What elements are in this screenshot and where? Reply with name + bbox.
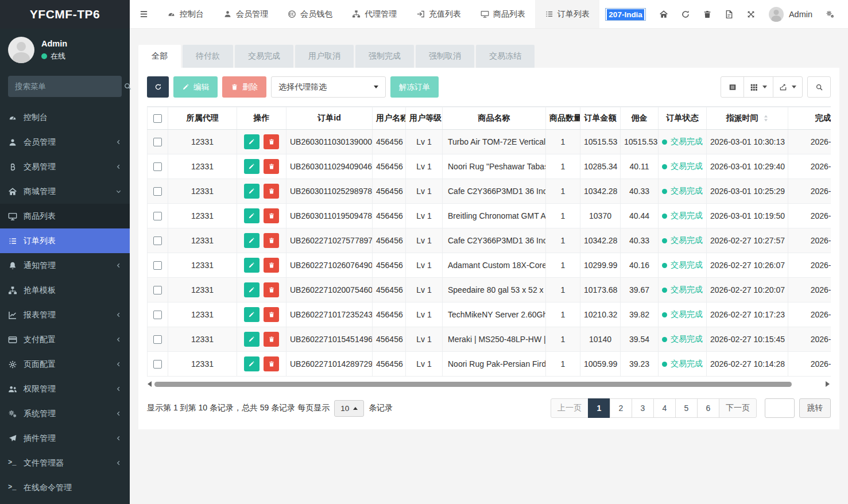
sidebar-item-payment-config[interactable]: 支付配置 <box>0 327 130 352</box>
row-delete-button[interactable] <box>264 134 279 149</box>
nav-item-member[interactable]: 会员管理 <box>214 0 278 28</box>
page-button-4[interactable]: 4 <box>653 398 676 418</box>
row-delete-button[interactable] <box>264 184 279 199</box>
prev-page-button[interactable]: 上一页 <box>551 398 588 418</box>
nav-item-order[interactable]: 订单列表 <box>535 0 599 28</box>
sidebar-toggle-button[interactable] <box>130 0 157 28</box>
row-edit-button[interactable] <box>244 159 260 174</box>
row-delete-button[interactable] <box>264 282 279 297</box>
fullscreen-button[interactable] <box>741 5 761 24</box>
row-checkbox[interactable] <box>153 261 162 270</box>
row-edit-button[interactable] <box>244 307 260 322</box>
sidebar-item-file-manager[interactable]: >_ 文件管理器 <box>0 451 130 475</box>
sidebar-item-dashboard[interactable]: 控制台 <box>0 105 130 130</box>
delete-button[interactable]: 删除 <box>222 76 266 98</box>
row-edit-button[interactable] <box>244 282 260 297</box>
scrollbar-thumb[interactable] <box>154 382 792 387</box>
cell-order-id: UB2602271027577897 <box>286 228 373 253</box>
sidebar-item-mall[interactable]: 商城管理 <box>0 179 130 204</box>
nav-item-dashboard[interactable]: 控制台 <box>157 0 214 28</box>
row-edit-button[interactable] <box>244 208 260 223</box>
region-input[interactable]: 207-India <box>605 8 646 21</box>
page-button-6[interactable]: 6 <box>697 398 719 418</box>
home-button[interactable] <box>654 5 673 24</box>
scroll-left-arrow[interactable] <box>148 381 152 387</box>
page-button-2[interactable]: 2 <box>610 398 632 418</box>
sidebar-item-system[interactable]: 系统管理 <box>0 401 130 426</box>
row-edit-button[interactable] <box>244 184 260 199</box>
page-button-5[interactable]: 5 <box>675 398 698 418</box>
row-checkbox[interactable] <box>153 187 162 196</box>
language-button[interactable] <box>719 5 739 24</box>
cell-select <box>148 154 168 179</box>
export-button[interactable] <box>773 76 803 98</box>
jump-button[interactable]: 跳转 <box>799 398 831 418</box>
edit-button[interactable]: 编辑 <box>173 76 218 98</box>
sidebar-item-order-list[interactable]: 订单列表 <box>0 228 130 253</box>
row-edit-button[interactable] <box>244 233 260 248</box>
filter-tab-pending[interactable]: 待付款 <box>183 45 233 68</box>
nav-item-product[interactable]: 商品列表 <box>471 0 535 28</box>
menu-search-button[interactable] <box>123 76 132 97</box>
sidebar-item-member[interactable]: 会员管理 <box>0 130 130 154</box>
online-dot-icon <box>41 53 47 59</box>
row-checkbox[interactable] <box>153 360 162 369</box>
filter-tab-all[interactable]: 全部 <box>138 45 181 68</box>
filter-tab-force-complete[interactable]: 强制完成 <box>355 45 414 68</box>
row-delete-button[interactable] <box>264 332 279 347</box>
row-checkbox[interactable] <box>153 311 162 319</box>
sidebar-item-grab-template[interactable]: 抢单模板 <box>0 278 130 303</box>
row-checkbox[interactable] <box>153 237 162 245</box>
detail-view-button[interactable] <box>721 76 744 98</box>
sidebar-item-notice[interactable]: 通知管理 <box>0 253 130 278</box>
agent-filter-select[interactable]: 选择代理筛选 <box>271 76 386 98</box>
row-checkbox[interactable] <box>153 212 162 220</box>
sidebar-item-report[interactable]: 报表管理 <box>0 303 130 327</box>
row-edit-button[interactable] <box>244 258 260 273</box>
refresh-button[interactable] <box>676 5 695 24</box>
filter-tab-completed[interactable]: 交易完成 <box>235 45 293 68</box>
page-button-3[interactable]: 3 <box>632 398 654 418</box>
jump-page-input[interactable] <box>765 398 795 418</box>
app-logo[interactable]: YFCMF-TP6 <box>0 0 130 29</box>
nav-item-agent[interactable]: 代理管理 <box>342 0 406 28</box>
sidebar-item-plugin[interactable]: 插件管理 <box>0 426 130 451</box>
filter-tab-user-cancel[interactable]: 用户取消 <box>295 45 354 68</box>
row-checkbox[interactable] <box>153 335 162 344</box>
row-delete-button[interactable] <box>264 233 279 248</box>
filter-tab-frozen[interactable]: 交易冻结 <box>476 45 535 68</box>
unfreeze-order-button[interactable]: 解冻订单 <box>390 76 439 98</box>
row-edit-button[interactable] <box>244 356 260 371</box>
row-edit-button[interactable] <box>244 134 260 149</box>
columns-button[interactable] <box>744 76 773 98</box>
filter-tab-force-cancel[interactable]: 强制取消 <box>416 45 474 68</box>
row-checkbox[interactable] <box>153 286 162 294</box>
row-delete-button[interactable] <box>264 159 279 174</box>
sidebar-item-product-list[interactable]: 商品列表 <box>0 204 130 228</box>
sidebar-item-trade[interactable]: 交易管理 <box>0 154 130 179</box>
nav-item-recharge[interactable]: 充值列表 <box>406 0 471 28</box>
page-size-select[interactable]: 10 <box>334 400 364 417</box>
row-checkbox[interactable] <box>153 162 162 171</box>
row-checkbox[interactable] <box>153 138 162 146</box>
sidebar-item-online-command[interactable]: >_ 在线命令管理 <box>0 475 130 500</box>
refresh-table-button[interactable] <box>147 76 169 98</box>
row-delete-button[interactable] <box>264 307 279 322</box>
row-delete-button[interactable] <box>264 258 279 273</box>
nav-item-wallet[interactable]: 会员钱包 <box>278 0 342 28</box>
sidebar-item-page-config[interactable]: 页面配置 <box>0 352 130 377</box>
row-delete-button[interactable] <box>264 356 279 371</box>
search-toggle-button[interactable] <box>807 76 831 98</box>
next-page-button[interactable]: 下一页 <box>719 398 757 418</box>
settings-button[interactable] <box>820 5 840 24</box>
admin-menu[interactable]: Admin <box>763 7 818 22</box>
row-delete-button[interactable] <box>264 208 279 223</box>
scroll-right-arrow[interactable] <box>826 381 830 387</box>
sidebar-item-permission[interactable]: 权限管理 <box>0 377 130 401</box>
select-all-checkbox[interactable] <box>153 114 162 123</box>
page-button-1[interactable]: 1 <box>588 398 610 418</box>
menu-search-input[interactable] <box>8 82 123 91</box>
clear-cache-button[interactable] <box>698 5 717 24</box>
col-assigned-time[interactable]: 指派时间 <box>707 107 788 130</box>
row-edit-button[interactable] <box>244 332 260 347</box>
